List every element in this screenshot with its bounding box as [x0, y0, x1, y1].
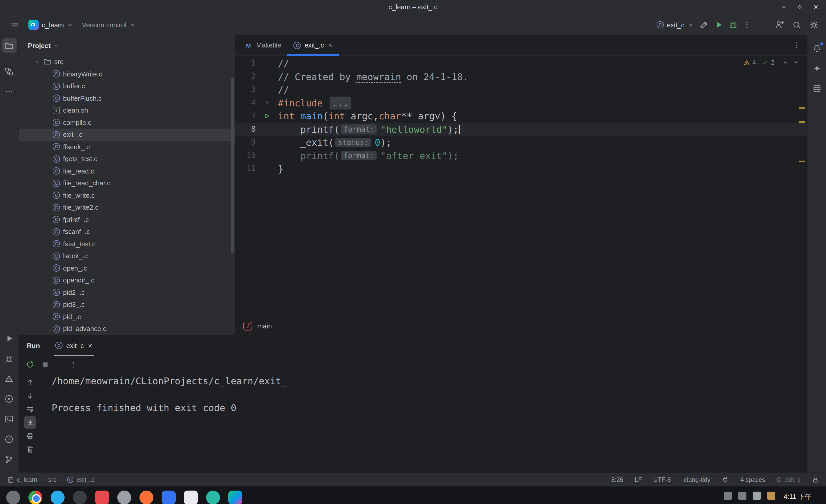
- more-actions-icon[interactable]: [743, 21, 751, 29]
- file-encoding[interactable]: UTF-8: [653, 476, 671, 483]
- taskbar-app-chrome[interactable]: [28, 491, 42, 504]
- search-everywhere-icon[interactable]: [792, 20, 801, 29]
- code-line[interactable]: 9 _exit(status:0);: [235, 136, 808, 149]
- taskbar-app-teal-app[interactable]: [206, 491, 220, 504]
- plugin-status-icon[interactable]: [722, 476, 729, 483]
- project-scrollbar[interactable]: [231, 77, 234, 253]
- tree-item-file_read_char.c[interactable]: Cfile_read_char.c: [18, 177, 235, 189]
- clock[interactable]: 4:11 下午: [784, 492, 812, 501]
- tray-icon-4[interactable]: [767, 492, 775, 500]
- inspections-tool[interactable]: [2, 432, 16, 446]
- arrow-up-button[interactable]: [24, 376, 36, 388]
- project-selector[interactable]: CL c_learn: [25, 17, 76, 32]
- maximize-icon[interactable]: [797, 4, 803, 10]
- code-line[interactable]: 10 printf(format:"after exit");: [235, 149, 808, 162]
- close-tab-icon[interactable]: [328, 42, 333, 48]
- caret-position[interactable]: 8:26: [611, 476, 623, 483]
- rerun-button[interactable]: [24, 358, 36, 371]
- taskbar-app-settings-app[interactable]: [6, 491, 20, 504]
- chevron-down-icon[interactable]: [33, 59, 40, 65]
- taskbar-app-blue-app[interactable]: [162, 491, 176, 504]
- warning-stripe-mark[interactable]: [799, 121, 805, 123]
- taskbar-app-firefox[interactable]: [139, 491, 154, 504]
- code-line[interactable]: 3//: [235, 83, 808, 96]
- tree-item-pid_advance.c[interactable]: Cpid_advance.c: [18, 323, 235, 335]
- tree-item-fgets_test.c[interactable]: Cfgets_test.c: [18, 153, 235, 165]
- tab-makefile[interactable]: M Makefile: [238, 35, 288, 56]
- problems-tool[interactable]: [2, 372, 16, 386]
- taskbar-app-gray-app[interactable]: [117, 491, 131, 504]
- tree-item-pid_.c[interactable]: Cpid_.c: [18, 311, 235, 323]
- taskbar-app-dark-app[interactable]: [73, 491, 87, 504]
- more-tool-windows[interactable]: [2, 84, 16, 98]
- run-tab-exit-c[interactable]: C exit_c: [51, 335, 97, 356]
- printer-button[interactable]: [24, 430, 36, 442]
- debug-tool[interactable]: [2, 352, 16, 366]
- scrollend-button[interactable]: [24, 416, 36, 429]
- tree-item-file_write.c[interactable]: Cfile_write.c: [18, 189, 235, 201]
- tree-item-binaryWrite.c[interactable]: CbinaryWrite.c: [18, 68, 235, 80]
- code-line[interactable]: 7int main(int argc,char** argv) {: [235, 110, 808, 123]
- stop-button[interactable]: [39, 358, 52, 371]
- chevron-right-icon[interactable]: [264, 100, 270, 106]
- taskbar-app-red-app[interactable]: [95, 491, 109, 504]
- tray-icon-1[interactable]: [724, 492, 732, 500]
- code-line[interactable]: 2// Created by meowrain on 24-1-18.: [235, 70, 808, 83]
- tree-item-opendir_.c[interactable]: Copendir_.c: [18, 274, 235, 286]
- indent-style[interactable]: 4 spaces: [741, 476, 765, 483]
- run-configuration-selector[interactable]: C exit_c: [653, 17, 696, 32]
- tree-item-pid3_.c[interactable]: Cpid3_.c: [18, 299, 235, 311]
- debug-icon[interactable]: [728, 20, 738, 29]
- tree-item-fprintf_.c[interactable]: Cfprintf_.c: [18, 213, 235, 226]
- vcs-widget[interactable]: Version control: [79, 17, 138, 32]
- database[interactable]: [810, 81, 824, 96]
- trash-button[interactable]: [24, 443, 36, 455]
- next-problem-icon[interactable]: [793, 59, 799, 66]
- taskbar-app-light-app[interactable]: [184, 491, 198, 504]
- toolchain-widget[interactable]: C: exit_c: [777, 476, 801, 483]
- tray-icon-2[interactable]: [738, 492, 747, 500]
- code-line[interactable]: 8 printf(format:"helloworld");: [235, 123, 808, 136]
- taskbar-app-clion[interactable]: [228, 491, 242, 504]
- tree-item-bufferFlush.c[interactable]: CbufferFlush.c: [18, 92, 235, 104]
- build-icon[interactable]: [699, 20, 709, 29]
- tree-item-buffer.c[interactable]: Cbuffer.c: [18, 80, 235, 92]
- run-console[interactable]: /home/meowrain/CLionProjects/c_learn/exi…: [41, 373, 808, 472]
- lock-icon[interactable]: [812, 477, 819, 483]
- taskbar-app-telegram[interactable]: [51, 491, 65, 504]
- close-run-tab-icon[interactable]: [87, 342, 93, 348]
- inspections-widget[interactable]: 4 2: [743, 59, 799, 66]
- softwrap-button[interactable]: [24, 403, 36, 415]
- tree-item-file_read.c[interactable]: Cfile_read.c: [18, 165, 235, 177]
- close-window-icon[interactable]: [813, 4, 819, 10]
- tree-item-ffseek_.c[interactable]: Cffseek_.c: [18, 141, 235, 153]
- breadcrumb-function[interactable]: main: [257, 322, 272, 330]
- project-tool[interactable]: [2, 38, 16, 53]
- run-more-options-button[interactable]: [67, 358, 79, 371]
- status-breadcrumb-file[interactable]: C exit_.c: [67, 476, 95, 483]
- tree-item-compile.c[interactable]: Ccompile.c: [18, 116, 235, 129]
- structure-tool[interactable]: [2, 64, 16, 78]
- status-breadcrumb-src[interactable]: src: [48, 476, 57, 483]
- tree-item-open_.c[interactable]: Copen_.c: [18, 262, 235, 274]
- version-control-tool[interactable]: [2, 452, 16, 466]
- code-line[interactable]: 4#include ...: [235, 96, 808, 110]
- warning-stripe-mark[interactable]: [799, 108, 805, 109]
- tree-item-fscanf_.c[interactable]: Cfscanf_.c: [18, 226, 235, 238]
- tree-item-src[interactable]: src: [18, 56, 235, 68]
- code-line[interactable]: 11}: [235, 162, 808, 175]
- ai-assistant[interactable]: [810, 61, 824, 76]
- notifications[interactable]: [810, 41, 824, 56]
- code-with-me-icon[interactable]: [775, 20, 784, 29]
- code-editor[interactable]: 4 2 1//2// Created by meowrain on 24-1-1…: [235, 56, 808, 317]
- services-tool[interactable]: [2, 392, 16, 406]
- run-tool[interactable]: [2, 331, 16, 346]
- tree-item-file_write2.c[interactable]: Cfile_write2.c: [18, 201, 235, 213]
- tray-icon-3[interactable]: [753, 492, 761, 500]
- tab-exit-c[interactable]: C exit_.c: [288, 35, 339, 56]
- minimize-icon[interactable]: [780, 4, 787, 10]
- tree-item-pid2_.c[interactable]: Cpid2_.c: [18, 286, 235, 299]
- terminal-tool[interactable]: [2, 412, 16, 426]
- main-menu-button[interactable]: [7, 17, 22, 32]
- play-outline-icon[interactable]: [263, 113, 270, 120]
